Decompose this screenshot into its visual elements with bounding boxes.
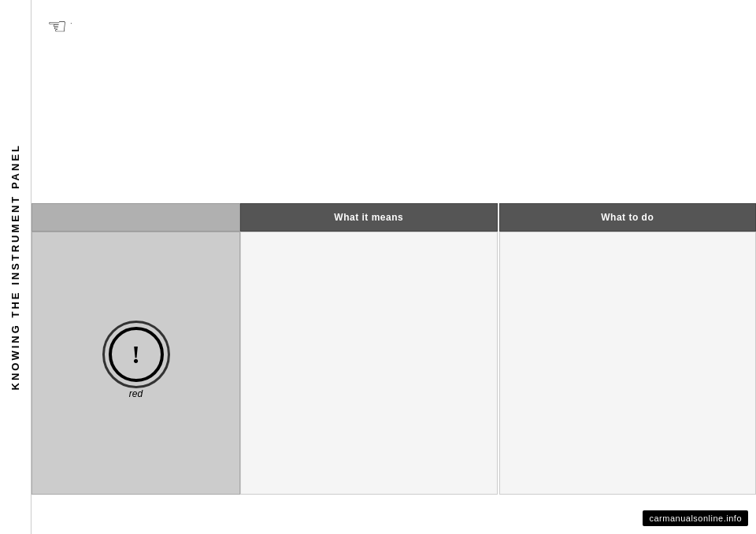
sidebar-label-text: KNOWING THE INSTRUMENT PANEL xyxy=(9,143,21,390)
column-todo-label: What to do xyxy=(601,212,654,223)
main-content: ☜ · What it means What to do ! red carma… xyxy=(32,0,756,534)
column-todo-header: What to do xyxy=(499,203,757,232)
watermark-text: carmanualsonline.info xyxy=(649,514,742,523)
watermark: carmanualsonline.info xyxy=(643,510,748,526)
finger-icon: ☜ xyxy=(47,16,67,38)
exclamation-mark: ! xyxy=(132,340,140,369)
table-body: ! red xyxy=(32,232,756,495)
todo-content-cell xyxy=(499,232,757,495)
means-content-cell xyxy=(240,232,498,495)
column-means-label: What it means xyxy=(334,212,403,223)
dot-icon: · xyxy=(70,19,72,28)
icon-cell: ! red xyxy=(32,232,240,495)
icon-color-label: red xyxy=(129,388,143,399)
warning-circle-icon: ! xyxy=(109,327,164,382)
column-icon-header xyxy=(32,203,240,232)
sidebar-label: KNOWING THE INSTRUMENT PANEL xyxy=(0,0,32,534)
column-means-header: What it means xyxy=(240,203,498,232)
top-area: ☜ · xyxy=(47,16,72,38)
table-header: What it means What to do xyxy=(32,203,756,232)
